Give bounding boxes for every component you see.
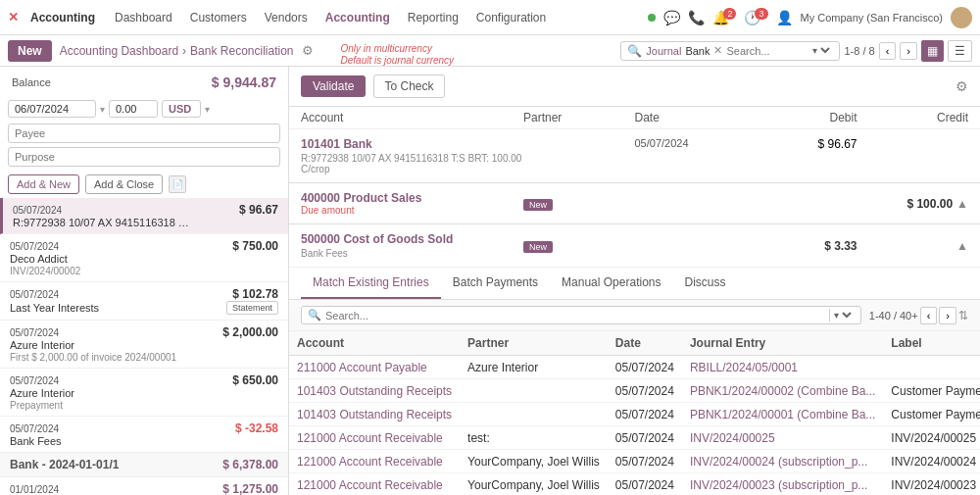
transaction-item-5[interactable]: 05/07/2024 $ -32.58 Bank Fees	[0, 417, 288, 453]
sort-icon[interactable]: ⇅	[958, 309, 968, 322]
filter-date-dropdown[interactable]: ▾	[100, 104, 105, 115]
transaction-item-3[interactable]: 05/07/2024 $ 2,000.00 Azure Interior Fir…	[0, 321, 288, 369]
transaction-item-4[interactable]: 05/07/2024 $ 650.00 Azure Interior Prepa…	[0, 369, 288, 417]
table-row: 121000 Account Receivable YourCompany, J…	[289, 473, 980, 496]
transaction-item-6[interactable]: 01/01/2024 $ 1,275.00 Azure Interior INV…	[0, 477, 288, 495]
account-headers: Account Partner Date Debit Credit	[289, 107, 980, 129]
tx-amount-3: $ 2,000.00	[222, 325, 278, 339]
nav-configuration[interactable]: Configuration	[468, 7, 554, 28]
row0-account[interactable]: 211000 Account Payable	[297, 361, 427, 374]
settings-icon[interactable]: ⚙	[956, 78, 968, 94]
date-filter-input[interactable]	[8, 100, 96, 118]
account-name-1[interactable]: 400000 Product Sales	[301, 191, 421, 205]
validate-button[interactable]: Validate	[301, 75, 366, 97]
currency-dropdown[interactable]: ▾	[205, 104, 210, 115]
account-sub-2: Bank Fees	[301, 248, 523, 259]
new-button[interactable]: New	[8, 40, 52, 62]
row5-journal[interactable]: INV/2024/00023 (subscription_p...	[690, 478, 867, 492]
th-date: Date	[608, 331, 682, 356]
journal-filter-clear[interactable]: ✕	[713, 44, 722, 57]
nav-vendors[interactable]: Vendors	[257, 7, 316, 28]
tx-date-3: 05/07/2024	[10, 327, 59, 338]
kanban-view-button[interactable]: ▦	[921, 40, 944, 62]
row3-label: INV/2024/00025	[883, 426, 980, 450]
row0-date: 05/07/2024	[608, 356, 682, 379]
notification-badge: 2	[723, 8, 736, 20]
up-arrow-icon-2[interactable]: ▲	[956, 239, 968, 253]
row1-account[interactable]: 101403 Outstanding Receipts	[297, 384, 452, 398]
next-page-button[interactable]: ›	[900, 42, 917, 60]
add-new-button[interactable]: Add & New	[8, 174, 79, 194]
account-name-2[interactable]: 500000 Cost of Goods Sold	[301, 232, 453, 246]
currency-filter-input[interactable]	[162, 100, 201, 118]
filter-search-input[interactable]	[726, 45, 805, 57]
tx-desc-2: Last Year Interests	[10, 302, 99, 314]
notification-icon[interactable]: 🔔 2	[712, 10, 736, 25]
table-search-select[interactable]: ▾	[829, 309, 855, 322]
transaction-item-0[interactable]: 05/07/2024 $ 96.67 R:9772938 10/07 AX 94…	[0, 198, 288, 234]
breadcrumb-bank-reconciliation[interactable]: Bank Reconciliation	[190, 44, 293, 58]
chat-icon[interactable]: 💬	[663, 10, 680, 25]
tab-batch-payments[interactable]: Batch Payments	[441, 268, 550, 299]
activity-icon[interactable]: 🕐 3	[744, 10, 767, 25]
row3-account[interactable]: 121000 Account Receivable	[297, 431, 443, 445]
activity-badge: 3	[755, 8, 767, 20]
nav-reporting[interactable]: Reporting	[400, 7, 466, 28]
row1-journal[interactable]: PBNK1/2024/00002 (Combine Ba...	[690, 384, 875, 398]
balance-amount: $ 9,944.87	[212, 74, 276, 90]
purpose-input[interactable]	[8, 147, 280, 167]
tab-match-existing[interactable]: Match Existing Entries	[301, 268, 441, 299]
table-search-box: 🔍 ▾	[301, 306, 861, 324]
list-view-button[interactable]: ☰	[948, 40, 972, 62]
th-label: Label	[883, 331, 980, 356]
account-debit-2: $ 3.33	[746, 239, 858, 253]
tx-amount-1: $ 750.00	[232, 239, 278, 253]
tx-amount-5: $ -32.58	[235, 421, 278, 435]
row4-journal[interactable]: INV/2024/00024 (subscription_p...	[690, 455, 867, 469]
col-account-header: Account	[301, 111, 523, 124]
row1-label: Customer Payment $ 34.70 - 05/0...	[883, 379, 980, 403]
nav-accounting[interactable]: Accounting	[318, 7, 398, 28]
statement-button[interactable]: Statement	[226, 301, 278, 315]
file-icon[interactable]: 📄	[169, 175, 186, 193]
transaction-item-2[interactable]: 05/07/2024 $ 102.78 Last Year Interests …	[0, 282, 288, 321]
tx-sub-4: Prepayment	[10, 400, 278, 411]
tab-manual-operations[interactable]: Manual Operations	[550, 268, 672, 299]
row4-date: 05/07/2024	[608, 450, 682, 473]
tx-sub-1: INV/2024/00002	[10, 266, 278, 276]
action-row: Add & New Add & Close 📄	[0, 171, 288, 198]
filter-dropdown-select[interactable]: ▾	[808, 44, 833, 57]
row2-account[interactable]: 101403 Outstanding Receipts	[297, 408, 452, 421]
nav-customers[interactable]: Customers	[182, 7, 255, 28]
breadcrumb-accounting-dashboard[interactable]: Accounting Dashboard	[60, 44, 178, 58]
transaction-item-1[interactable]: 05/07/2024 $ 750.00 Deco Addict INV/2024…	[0, 234, 288, 282]
tx-desc-0: R:9772938 10/07 AX 9415116318 T:S BRT: 1…	[13, 217, 189, 228]
table-search-input[interactable]	[325, 310, 825, 322]
to-check-button[interactable]: To Check	[373, 74, 444, 98]
row3-journal[interactable]: INV/2024/00025	[690, 431, 775, 445]
right-toolbar: Validate To Check ⚙	[289, 67, 980, 107]
nav-dashboard[interactable]: Dashboard	[107, 7, 180, 28]
row2-journal[interactable]: PBNK1/2024/00001 (Combine Ba...	[690, 408, 875, 421]
purpose-area	[0, 147, 288, 171]
table-prev-button[interactable]: ‹	[920, 307, 938, 324]
table-next-button[interactable]: ›	[939, 307, 956, 324]
up-arrow-icon-1[interactable]: ▲	[956, 197, 968, 211]
view-toggle: ▦ ☰	[921, 40, 972, 62]
tab-discuss[interactable]: Discuss	[672, 268, 737, 299]
row5-label: INV/2024/00023	[883, 473, 980, 496]
prev-page-button[interactable]: ‹	[879, 42, 897, 60]
account-name-0[interactable]: 101401 Bank	[301, 137, 523, 151]
tx-desc-4: Azure Interior	[10, 387, 74, 399]
table-page-nav: 1-40 / 40+ ‹ › ⇅	[869, 307, 968, 324]
gear-icon[interactable]: ⚙	[302, 43, 314, 58]
add-close-button[interactable]: Add & Close	[85, 174, 163, 194]
payee-input[interactable]	[8, 124, 280, 143]
row4-account[interactable]: 121000 Account Receivable	[297, 455, 443, 469]
phone-icon[interactable]: 📞	[688, 10, 705, 25]
row5-account[interactable]: 121000 Account Receivable	[297, 478, 443, 492]
col-credit-header: Credit	[858, 111, 969, 124]
amount-filter-input[interactable]	[109, 100, 158, 118]
row0-journal[interactable]: RBILL/2024/05/0001	[690, 361, 798, 374]
account-entry-0: 101401 Bank R:9772938 10/07 AX 941511631…	[289, 129, 980, 183]
